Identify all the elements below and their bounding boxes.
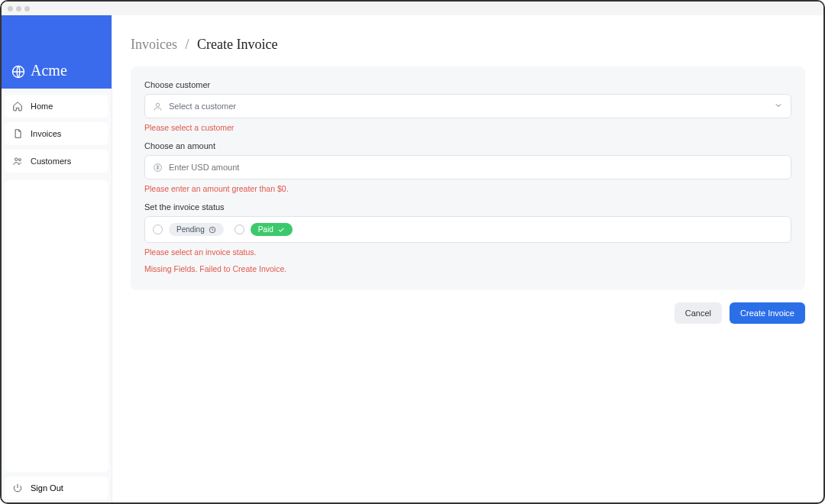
amount-input-wrapper xyxy=(144,155,791,179)
brand-logo: Acme xyxy=(2,15,112,89)
amount-error: Please enter an amount greater than $0. xyxy=(144,184,791,193)
nav-home-label: Home xyxy=(31,102,53,111)
nav-invoices-label: Invoices xyxy=(31,129,61,138)
pending-pill: Pending xyxy=(169,223,224,236)
traffic-light-zoom[interactable] xyxy=(24,6,30,11)
document-icon xyxy=(12,128,23,139)
customer-select-placeholder: Select a customer xyxy=(169,102,236,111)
sidebar-spacer xyxy=(5,180,108,472)
amount-input[interactable] xyxy=(169,163,783,172)
clock-icon xyxy=(209,226,216,234)
nav-customers[interactable]: Customers xyxy=(5,150,108,173)
signout-label: Sign Out xyxy=(31,483,63,493)
status-error: Please select an invoice status. xyxy=(144,247,791,257)
paid-pill: Paid xyxy=(251,223,293,236)
svg-point-1 xyxy=(15,158,18,161)
pending-pill-label: Pending xyxy=(176,225,205,234)
create-invoice-button[interactable]: Create Invoice xyxy=(730,302,805,324)
signout-button[interactable]: Sign Out xyxy=(5,477,108,499)
status-pending-option[interactable]: Pending xyxy=(153,223,224,236)
home-icon xyxy=(12,101,23,111)
breadcrumb-current: Create Invoice xyxy=(197,37,277,52)
customer-label: Choose customer xyxy=(144,80,791,89)
sidebar: Acme Home Invoices Customers Si xyxy=(2,15,112,502)
dollar-icon xyxy=(153,163,163,173)
window-titlebar xyxy=(2,2,823,15)
user-icon xyxy=(153,102,163,111)
nav-invoices[interactable]: Invoices xyxy=(5,122,108,145)
breadcrumb-parent[interactable]: Invoices xyxy=(131,37,177,52)
nav-home[interactable]: Home xyxy=(5,95,108,118)
radio-paid[interactable] xyxy=(235,225,244,234)
check-icon xyxy=(277,226,285,234)
status-paid-option[interactable]: Paid xyxy=(235,223,293,236)
main-content: Invoices / Create Invoice Choose custome… xyxy=(112,15,823,502)
breadcrumb: Invoices / Create Invoice xyxy=(131,37,805,53)
invoice-form: Choose customer Select a customer Please… xyxy=(131,66,805,290)
status-label: Set the invoice status xyxy=(144,202,791,212)
traffic-light-close[interactable] xyxy=(8,6,13,11)
amount-label: Choose an amount xyxy=(144,141,791,150)
users-icon xyxy=(12,156,23,166)
cancel-button[interactable]: Cancel xyxy=(675,302,722,324)
svg-point-2 xyxy=(18,159,21,161)
svg-point-3 xyxy=(156,103,159,106)
customer-error: Please select a customer xyxy=(144,123,791,132)
status-row: Pending Paid xyxy=(144,216,791,243)
paid-pill-label: Paid xyxy=(258,225,273,234)
customer-select[interactable]: Select a customer xyxy=(144,94,791,118)
radio-pending[interactable] xyxy=(153,225,163,234)
power-icon xyxy=(12,483,23,493)
form-general-error: Missing Fields. Failed to Create Invoice… xyxy=(144,264,791,273)
chevron-down-icon xyxy=(774,101,783,111)
brand-name: Acme xyxy=(31,62,67,79)
globe-icon xyxy=(11,64,26,79)
nav-customers-label: Customers xyxy=(31,157,71,166)
breadcrumb-separator: / xyxy=(185,37,189,52)
form-actions: Cancel Create Invoice xyxy=(131,302,805,324)
traffic-light-minimize[interactable] xyxy=(16,6,21,11)
